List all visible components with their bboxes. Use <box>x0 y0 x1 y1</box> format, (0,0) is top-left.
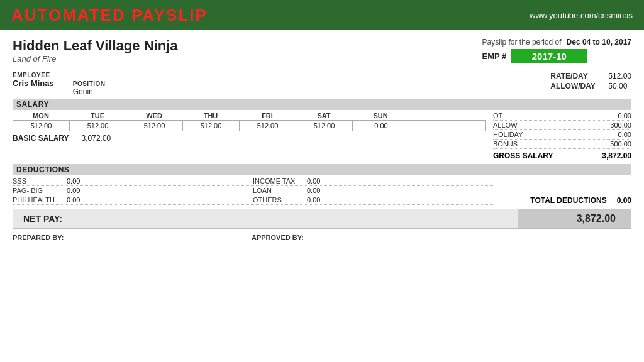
total-ded-row: TOTAL DEDUCTIONS 0.00 <box>530 196 631 205</box>
loan-value: 0.00 <box>307 187 320 194</box>
rate-day-value: 512.00 <box>608 72 631 80</box>
others-label: OTHERS <box>253 196 303 204</box>
pagibig-label: PAG-IBIG <box>13 187 63 194</box>
total-deductions-block: TOTAL DEDUCTIONS 0.00 <box>493 177 631 205</box>
income-tax-item: INCOME TAX 0.00 <box>253 177 493 186</box>
period-value: Dec 04 to 10, 2017 <box>567 38 631 47</box>
prepared-label: PREPARED BY: <box>13 234 151 241</box>
salary-left: MONTUEWEDTHUFRISATSUN 512.00512.00512.00… <box>13 111 486 162</box>
philhealth-value: 0.00 <box>67 196 80 204</box>
emp-row: EMP # 2017-10 <box>482 49 631 63</box>
allow-value: 300.00 <box>610 121 631 129</box>
rate-day-line: RATE/DAY 512.00 <box>550 72 631 80</box>
ded-col-2: INCOME TAX 0.00 LOAN 0.00 OTHERS 0.00 <box>253 177 493 205</box>
gross-label: GROSS SALARY <box>493 151 553 160</box>
day-value-fri: 512.00 <box>240 121 296 131</box>
pagibig-value: 0.00 <box>67 187 80 194</box>
position-label: POSITION <box>73 80 106 87</box>
day-value-sun: 0.00 <box>353 121 409 131</box>
prepared-line <box>13 243 151 250</box>
basic-salary-row: BASIC SALARY 3,072.00 <box>13 134 486 143</box>
salary-section-header: SALARY <box>13 99 631 110</box>
allow-day-label: ALLOW/DAY <box>550 82 601 90</box>
others-item: OTHERS 0.00 <box>253 195 493 205</box>
net-pay-label: NET PAY: <box>13 214 518 224</box>
day-header-fri: FRI <box>239 111 296 120</box>
day-header-sat: SAT <box>296 111 352 120</box>
income-tax-value: 0.00 <box>307 177 320 185</box>
bonus-item: BONUS 500.00 <box>493 140 631 149</box>
holiday-item: HOLIDAY 0.00 <box>493 130 631 140</box>
company-period-row: Hidden Leaf Village Ninja Land of Fire P… <box>13 38 631 63</box>
header-url: www.youtube.com/crisminas <box>530 11 633 20</box>
philhealth-label: PHILHEALTH <box>13 196 63 204</box>
day-header-thu: THU <box>182 111 239 120</box>
net-pay-row: NET PAY: 3,872.00 <box>13 209 631 229</box>
approved-by: APPROVED BY: <box>252 234 390 250</box>
others-value: 0.00 <box>307 196 320 204</box>
salary-grid: MONTUEWEDTHUFRISATSUN 512.00512.00512.00… <box>13 111 631 162</box>
holiday-label: HOLIDAY <box>493 131 523 138</box>
allow-label: ALLOW <box>493 121 518 129</box>
holiday-value: 0.00 <box>618 131 631 138</box>
divider-1 <box>13 69 631 69</box>
bonus-label: BONUS <box>493 140 518 148</box>
position-field: POSITION Genin <box>73 80 106 96</box>
employee-name: Cris Minas <box>13 79 54 88</box>
signatures-row: PREPARED BY: APPROVED BY: <box>13 234 631 250</box>
ot-item: OT 0.00 <box>493 111 631 121</box>
approved-line <box>252 243 390 250</box>
rate-day-label: RATE/DAY <box>550 72 601 80</box>
loan-label: LOAN <box>253 187 303 194</box>
net-pay-value: 3,872.00 <box>518 209 631 228</box>
period-block: Payslip for the period of Dec 04 to 10, … <box>482 38 631 63</box>
salary-right: OT 0.00 ALLOW 300.00 HOLIDAY 0.00 BONUS … <box>493 111 631 162</box>
philhealth-item: PHILHEALTH 0.00 <box>13 195 253 205</box>
company-block: Hidden Leaf Village Ninja Land of Fire <box>13 38 177 63</box>
app-title: AUTOMATED PAYSLIP <box>11 6 208 25</box>
income-tax-label: INCOME TAX <box>253 177 303 185</box>
main-content: Hidden Leaf Village Ninja Land of Fire P… <box>0 30 644 362</box>
employee-field: EMPLOYEE Cris Minas <box>13 72 54 96</box>
ot-value: 0.00 <box>618 112 631 119</box>
day-header-tue: TUE <box>69 111 126 120</box>
day-value-thu: 512.00 <box>183 121 240 131</box>
day-header-mon: MON <box>13 111 69 120</box>
sss-label: SSS <box>13 177 63 185</box>
day-value-tue: 512.00 <box>70 121 126 131</box>
emp-id-box: 2017-10 <box>511 49 587 63</box>
basic-salary-value: 3,072.00 <box>82 134 111 143</box>
deductions-grid: SSS 0.00 PAG-IBIG 0.00 PHILHEALTH 0.00 I… <box>13 177 631 205</box>
total-ded-value: 0.00 <box>617 196 631 205</box>
day-values: 512.00512.00512.00512.00512.00512.000.00 <box>13 120 486 131</box>
day-value-sat: 512.00 <box>296 121 353 131</box>
employee-info-row: EMPLOYEE Cris Minas POSITION Genin RATE/… <box>13 72 631 96</box>
deductions-section-header: DEDUCTIONS <box>13 164 631 175</box>
sss-value: 0.00 <box>67 177 80 185</box>
day-headers: MONTUEWEDTHUFRISATSUN <box>13 111 486 120</box>
employee-label: EMPLOYEE <box>13 72 54 79</box>
day-value-mon: 512.00 <box>13 121 70 131</box>
day-header-wed: WED <box>126 111 182 120</box>
approved-label: APPROVED BY: <box>252 234 390 241</box>
prepared-by: PREPARED BY: <box>13 234 151 250</box>
ded-col-1: SSS 0.00 PAG-IBIG 0.00 PHILHEALTH 0.00 <box>13 177 253 205</box>
bonus-value: 500.00 <box>610 140 631 148</box>
allow-day-line: ALLOW/DAY 50.00 <box>550 82 631 90</box>
allow-day-value: 50.00 <box>608 82 627 90</box>
period-label: Payslip for the period of <box>482 38 562 47</box>
total-ded-label: TOTAL DEDUCTIONS <box>530 196 606 205</box>
ot-label: OT <box>493 112 502 119</box>
loan-item: LOAN 0.00 <box>253 186 493 195</box>
day-header-sun: SUN <box>352 111 409 120</box>
position-value: Genin <box>73 87 106 96</box>
gross-row: GROSS SALARY 3,872.00 <box>493 150 631 162</box>
sss-item: SSS 0.00 <box>13 177 253 186</box>
allow-item: ALLOW 300.00 <box>493 121 631 130</box>
company-name: Hidden Leaf Village Ninja <box>13 38 177 54</box>
header-bar: AUTOMATED PAYSLIP www.youtube.com/crismi… <box>0 0 644 30</box>
rate-block: RATE/DAY 512.00 ALLOW/DAY 50.00 <box>550 72 631 96</box>
period-line: Payslip for the period of Dec 04 to 10, … <box>482 38 631 47</box>
gross-value: 3,872.00 <box>602 151 631 160</box>
pagibig-item: PAG-IBIG 0.00 <box>13 186 253 195</box>
